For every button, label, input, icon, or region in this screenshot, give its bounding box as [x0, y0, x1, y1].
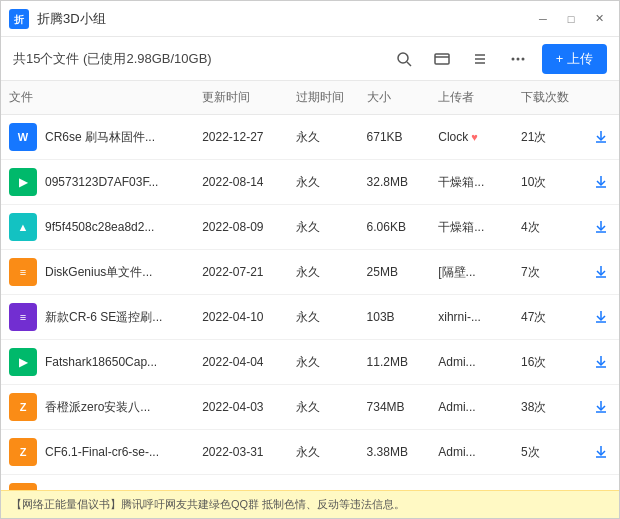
table-row: ▶ Fatshark18650Cap... 2022-04-04 永久 11.2… [1, 340, 619, 385]
search-button[interactable] [390, 45, 418, 73]
file-uploader-5: Admi... [430, 340, 513, 385]
file-uploader-2: 干燥箱... [430, 205, 513, 250]
file-downloads-5: 16次 [513, 340, 584, 385]
col-header-file: 文件 [1, 81, 194, 115]
file-name-1: 09573123D7AF03F... [45, 175, 158, 189]
file-expire-7: 永久 [288, 430, 359, 475]
file-download-btn-3[interactable] [584, 250, 619, 295]
app-icon: 折 [9, 9, 29, 29]
file-table-container: 文件 更新时间 过期时间 大小 上传者 下载次数 W CR6se 刷马林固件..… [1, 81, 619, 490]
file-name-5: Fatshark18650Cap... [45, 355, 157, 369]
table-row: Z CF6.1-Final-cr6-se-... 2022-03-31 永久 3… [1, 430, 619, 475]
file-name-6: 香橙派zero安装八... [45, 399, 150, 416]
file-expire-5: 永久 [288, 340, 359, 385]
file-icon-4: ≡ [9, 303, 37, 331]
link-icon [433, 50, 451, 68]
file-icon-2: ▲ [9, 213, 37, 241]
table-header-row: 文件 更新时间 过期时间 大小 上传者 下载次数 [1, 81, 619, 115]
more-icon [509, 50, 527, 68]
file-date-5: 2022-04-04 [194, 340, 288, 385]
main-window: 折 折腾3D小组 ─ □ ✕ 共15个文件 (已使用2.98GB/10GB) [0, 0, 620, 519]
table-row: ▲ 9f5f4508c28ea8d2... 2022-08-09 永久 6.06… [1, 205, 619, 250]
svg-point-11 [521, 57, 524, 60]
download-icon-6[interactable] [592, 399, 611, 415]
file-download-btn-8[interactable] [584, 475, 619, 491]
file-size-0: 671KB [359, 115, 431, 160]
window-title: 折腾3D小组 [37, 10, 106, 28]
bottom-bar-text: 【网络正能量倡议书】腾讯呼吁网友共建绿色QQ群 抵制色情、反动等违法信息。 [11, 497, 405, 512]
file-cell-3: ≡ DiskGenius单文件... [1, 250, 194, 295]
file-uploader-0: Clock♥ [430, 115, 513, 160]
svg-point-2 [398, 53, 408, 63]
download-icon-3[interactable] [592, 264, 611, 280]
file-icon-7: Z [9, 438, 37, 466]
svg-text:折: 折 [13, 14, 25, 25]
col-header-uploader: 上传者 [430, 81, 513, 115]
table-row: W CR6se 刷马林固件... 2022-12-27 永久 671KB Clo… [1, 115, 619, 160]
more-button[interactable] [504, 45, 532, 73]
link-button[interactable] [428, 45, 456, 73]
file-name-0: CR6se 刷马林固件... [45, 129, 155, 146]
svg-point-9 [511, 57, 514, 60]
file-expire-6: 永久 [288, 385, 359, 430]
file-date-7: 2022-03-31 [194, 430, 288, 475]
file-cell-5: ▶ Fatshark18650Cap... [1, 340, 194, 385]
file-downloads-1: 10次 [513, 160, 584, 205]
upload-button[interactable]: + 上传 [542, 44, 607, 74]
file-icon-5: ▶ [9, 348, 37, 376]
file-expire-4: 永久 [288, 295, 359, 340]
file-icon-1: ▶ [9, 168, 37, 196]
file-download-btn-1[interactable] [584, 160, 619, 205]
file-cell-4: ≡ 新款CR-6 SE遥控刷... [1, 295, 194, 340]
download-icon-0[interactable] [592, 129, 611, 145]
file-download-btn-2[interactable] [584, 205, 619, 250]
table-row: Z 香橙派zero安装八... 2022-04-03 永久 734MB Admi… [1, 385, 619, 430]
file-size-7: 3.38MB [359, 430, 431, 475]
download-icon-2[interactable] [592, 219, 611, 235]
file-download-btn-4[interactable] [584, 295, 619, 340]
table-row: ▶ 09573123D7AF03F... 2022-08-14 永久 32.8M… [1, 160, 619, 205]
file-download-btn-0[interactable] [584, 115, 619, 160]
file-expire-3: 永久 [288, 250, 359, 295]
file-name-7: CF6.1-Final-cr6-se-... [45, 445, 159, 459]
download-icon-4[interactable] [592, 309, 611, 325]
file-download-btn-6[interactable] [584, 385, 619, 430]
file-uploader-6: Admi... [430, 385, 513, 430]
minimize-button[interactable]: ─ [531, 9, 555, 29]
file-cell-1: ▶ 09573123D7AF03F... [1, 160, 194, 205]
col-header-size: 大小 [359, 81, 431, 115]
download-icon-1[interactable] [592, 174, 611, 190]
file-size-2: 6.06KB [359, 205, 431, 250]
file-downloads-3: 7次 [513, 250, 584, 295]
file-downloads-7: 5次 [513, 430, 584, 475]
file-icon-0: W [9, 123, 37, 151]
file-size-4: 103B [359, 295, 431, 340]
file-uploader-8: Admi... [430, 475, 513, 491]
close-button[interactable]: ✕ [587, 9, 611, 29]
col-header-downloads: 下载次数 [513, 81, 584, 115]
file-downloads-6: 38次 [513, 385, 584, 430]
list-view-button[interactable] [466, 45, 494, 73]
file-download-btn-7[interactable] [584, 430, 619, 475]
list-icon [471, 50, 489, 68]
download-icon-5[interactable] [592, 354, 611, 370]
file-expire-8: 永久 [288, 475, 359, 491]
file-size-5: 11.2MB [359, 340, 431, 385]
file-size-8: 748MB [359, 475, 431, 491]
file-download-btn-5[interactable] [584, 340, 619, 385]
file-cell-2: ▲ 9f5f4508c28ea8d2... [1, 205, 194, 250]
file-cell-7: Z CF6.1-Final-cr6-se-... [1, 430, 194, 475]
title-bar-left: 折 折腾3D小组 [9, 9, 531, 29]
maximize-button[interactable]: □ [559, 9, 583, 29]
download-icon-7[interactable] [592, 444, 611, 460]
file-date-4: 2022-04-10 [194, 295, 288, 340]
col-header-date: 更新时间 [194, 81, 288, 115]
svg-point-10 [516, 57, 519, 60]
file-icon-6: Z [9, 393, 37, 421]
file-uploader-4: xihrni-... [430, 295, 513, 340]
file-date-6: 2022-04-03 [194, 385, 288, 430]
svg-line-3 [407, 62, 411, 66]
file-name-3: DiskGenius单文件... [45, 264, 152, 281]
storage-info: 共15个文件 (已使用2.98GB/10GB) [13, 50, 212, 68]
file-downloads-0: 21次 [513, 115, 584, 160]
